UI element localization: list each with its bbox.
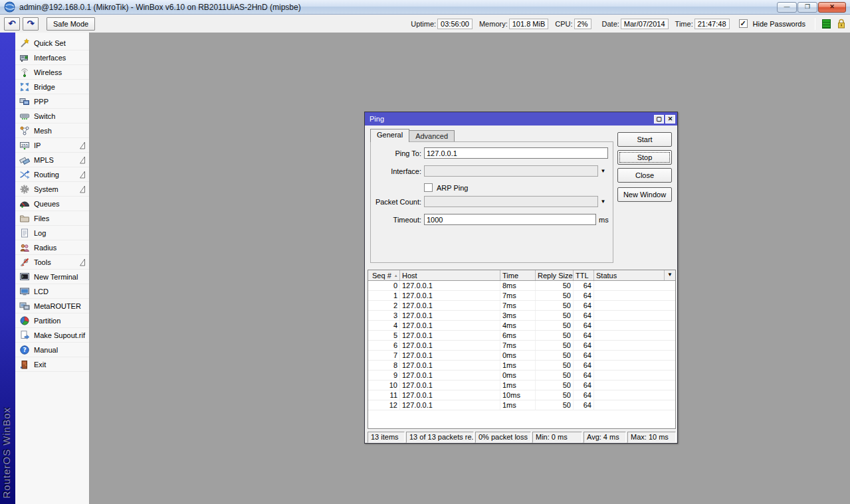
avg-time: Avg: 4 ms (584, 432, 626, 443)
computers-icon (19, 96, 31, 107)
submenu-arrow-icon (78, 170, 86, 179)
ping-result-row[interactable]: 4 127.0.0.1 4ms 50 64 (368, 321, 675, 331)
sidebar-item-queues[interactable]: Queues (15, 197, 89, 211)
column-options-dropdown-icon[interactable]: ▼ (664, 270, 675, 280)
sidebar-item-files[interactable]: Files (15, 211, 89, 226)
column-header-reply-size[interactable]: Reply Size (536, 270, 574, 280)
sidebar-item-quick-set[interactable]: Quick Set (15, 36, 89, 50)
sidebar-item-partition[interactable]: Partition (15, 313, 89, 328)
column-header-seq[interactable]: Seq # ▲ (368, 270, 400, 280)
stop-button[interactable]: Stop (617, 150, 672, 165)
ping-result-row[interactable]: 0 127.0.0.1 8ms 50 64 (368, 281, 675, 291)
sidebar-item-switch[interactable]: Switch (15, 109, 89, 124)
sidebar-item-manual[interactable]: ? Manual (15, 343, 89, 357)
folder-icon (19, 213, 31, 224)
secure-lock-icon (837, 19, 846, 29)
column-header-time[interactable]: Time (500, 270, 536, 280)
sidebar-item-tools[interactable]: Tools (15, 255, 89, 270)
min-time: Min: 0 ms (532, 432, 582, 443)
submenu-arrow-icon (78, 155, 86, 165)
arp-ping-checkbox[interactable] (424, 183, 433, 192)
sidebar-item-bridge[interactable]: Bridge (15, 80, 89, 94)
column-header-status[interactable]: Status (594, 270, 664, 280)
sidebar-item-make-supout[interactable]: Make Supout.rif (15, 328, 89, 343)
sidebar-item-log[interactable]: Log (15, 226, 89, 240)
network-card-icon (19, 52, 31, 63)
ping-result-row[interactable]: 9 127.0.0.1 0ms 50 64 (368, 371, 675, 380)
svg-text:?: ? (23, 347, 26, 353)
ping-result-row[interactable]: 6 127.0.0.1 7ms 50 64 (368, 341, 675, 351)
ping-result-row[interactable]: 1 127.0.0.1 7ms 50 64 (368, 291, 675, 301)
connection-status-icon (822, 19, 831, 29)
ping-result-row[interactable]: 3 127.0.0.1 3ms 50 64 (368, 311, 675, 321)
meta-computers-icon (19, 301, 31, 311)
switch-device-icon (19, 111, 31, 122)
redo-button[interactable]: ↷ (23, 17, 39, 31)
ping-dialog-titlebar[interactable]: Ping ▢ ✕ (365, 112, 677, 126)
sidebar-item-routing[interactable]: Routing (15, 167, 89, 182)
people-icon (19, 242, 31, 253)
dialog-maximize-button[interactable]: ▢ (654, 115, 664, 124)
tools-icon (19, 257, 31, 268)
uptime-value: 03:56:00 (437, 19, 473, 29)
restore-button[interactable]: ❐ (797, 2, 817, 13)
packet-count-input[interactable] (424, 196, 598, 207)
ping-result-row[interactable]: 11 127.0.0.1 10ms 50 64 (368, 390, 675, 400)
ping-to-input[interactable] (424, 147, 608, 159)
undo-button[interactable]: ↶ (4, 17, 20, 31)
timeout-unit: ms (599, 216, 609, 224)
sidebar-item-interfaces[interactable]: Interfaces (15, 50, 89, 65)
antenna-icon (19, 67, 31, 78)
ping-result-row[interactable]: 2 127.0.0.1 7ms 50 64 (368, 301, 675, 311)
minimize-button[interactable]: — (777, 2, 797, 13)
column-header-host[interactable]: Host (400, 270, 500, 280)
submenu-arrow-icon (78, 141, 86, 150)
hide-passwords-checkbox[interactable]: ✓ (739, 19, 748, 28)
memory-value: 101.8 MiB (509, 19, 549, 29)
items-count: 13 items (368, 432, 405, 443)
ping-result-row[interactable]: 10 127.0.0.1 1ms 50 64 (368, 380, 675, 390)
time-label: Time: (675, 20, 693, 28)
close-dialog-button[interactable]: Close (617, 168, 672, 183)
ping-dialog: Ping ▢ ✕ General Advanced Ping To: Inter… (364, 112, 678, 444)
ping-status-bar: 13 items 13 of 13 packets re... 0% packe… (368, 432, 676, 443)
new-window-button[interactable]: New Window (617, 187, 672, 202)
window-title: admin@192.168.0.1 (MikroTik) - WinBox v6… (19, 3, 777, 12)
packet-count-dropdown-icon[interactable]: ▼ (599, 196, 607, 207)
dialog-close-button[interactable]: ✕ (665, 115, 675, 124)
sidebar-item-new-terminal[interactable]: New Terminal (15, 270, 89, 284)
safe-mode-button[interactable]: Safe Mode (47, 17, 95, 31)
routing-arrows-icon (19, 169, 31, 180)
column-header-ttl[interactable]: TTL (574, 270, 594, 280)
uptime-label: Uptime: (411, 20, 436, 28)
ping-result-row[interactable]: 12 127.0.0.1 1ms 50 64 (368, 400, 675, 410)
brand-text: RouterOS WinBox (1, 407, 12, 499)
sidebar-item-radius[interactable]: Radius (15, 240, 89, 255)
question-mark-icon: ? (19, 345, 31, 355)
sidebar-item-mesh[interactable]: Mesh (15, 124, 89, 138)
winbox-window: admin@192.168.0.1 (MikroTik) - WinBox v6… (0, 0, 850, 504)
sidebar-item-ppp[interactable]: PPP (15, 94, 89, 109)
sidebar-item-mpls[interactable]: MPLS (15, 153, 89, 167)
table-header: Seq # ▲ Host Time Reply Size TTL Status … (368, 270, 675, 281)
interface-dropdown-icon[interactable]: ▼ (599, 165, 607, 177)
bridge-arrows-icon (19, 82, 31, 92)
sidebar-item-metarouter[interactable]: MetaROUTER (15, 299, 89, 313)
date-label: Date: (602, 20, 619, 28)
tab-general[interactable]: General (370, 129, 409, 142)
timeout-input[interactable] (424, 214, 596, 225)
sidebar-item-system[interactable]: System (15, 182, 89, 197)
close-button[interactable]: ✕ (818, 2, 846, 13)
tab-advanced[interactable]: Advanced (409, 130, 455, 142)
start-button[interactable]: Start (617, 132, 672, 147)
sidebar-item-ip[interactable]: 255 IP (15, 138, 89, 153)
ping-result-row[interactable]: 8 127.0.0.1 1ms 50 64 (368, 361, 675, 371)
sidebar-item-exit[interactable]: Exit (15, 357, 89, 372)
interface-input[interactable] (424, 165, 598, 177)
packets-received: 13 of 13 packets re... (406, 432, 474, 443)
lcd-monitor-icon (19, 286, 31, 297)
sidebar-item-wireless[interactable]: Wireless (15, 65, 89, 80)
ping-result-row[interactable]: 7 127.0.0.1 0ms 50 64 (368, 351, 675, 361)
ping-result-row[interactable]: 5 127.0.0.1 6ms 50 64 (368, 331, 675, 341)
sidebar-item-lcd[interactable]: LCD (15, 284, 89, 299)
